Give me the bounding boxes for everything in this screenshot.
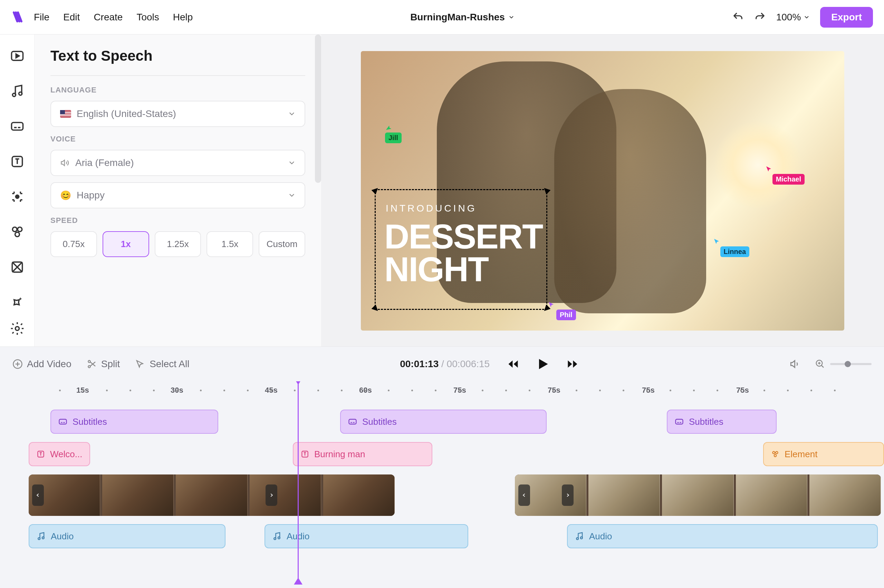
flag-us-icon <box>60 110 71 118</box>
record-tab-icon[interactable] <box>10 189 25 204</box>
speed-options: 0.75x 1x 1.25x 1.5x Custom <box>50 231 305 257</box>
clip-trim-right[interactable] <box>562 484 574 506</box>
speed-1[interactable]: 1x <box>102 231 149 257</box>
language-select[interactable]: English (United-States) <box>50 101 305 127</box>
speed-label: Speed <box>50 216 305 225</box>
emotion-value: Happy <box>77 190 288 201</box>
voice-label: Voice <box>50 135 305 144</box>
volume-button[interactable] <box>789 358 801 370</box>
project-title: BurningMan-Rushes <box>410 12 505 23</box>
zoom-in-icon <box>815 359 825 369</box>
svg-point-7 <box>17 227 22 231</box>
text-track[interactable]: Welco... Burning man Element <box>12 442 872 466</box>
timeline: Add Video Split Select All 00:01:13 / 00… <box>0 346 884 588</box>
text-icon <box>36 450 45 459</box>
ai-tab-icon[interactable] <box>10 295 25 310</box>
add-video-button[interactable]: Add Video <box>12 358 72 370</box>
zoom-dropdown[interactable]: 100% <box>776 12 810 23</box>
elements-icon <box>771 450 780 459</box>
timeline-controls: Add Video Split Select All 00:01:13 / 00… <box>0 347 884 381</box>
ruler-tick: 75s <box>736 386 749 395</box>
chevron-down-icon <box>288 159 296 166</box>
subtitle-track[interactable]: Subtitles Subtitles Subtitles <box>12 410 872 434</box>
svg-rect-16 <box>349 419 356 424</box>
undo-button[interactable] <box>732 11 744 23</box>
cursor-label: Michael <box>773 174 804 184</box>
subtitle-clip[interactable]: Subtitles <box>667 410 777 434</box>
audio-clip[interactable]: Audio <box>265 524 468 548</box>
svg-point-2 <box>19 92 22 95</box>
text-clip-welcome[interactable]: Welco... <box>29 442 90 466</box>
clip-trim-left[interactable] <box>518 484 530 506</box>
element-clip[interactable]: Element <box>763 442 884 466</box>
menu-tools[interactable]: Tools <box>137 12 159 23</box>
voice-select[interactable]: Aria (Female) <box>50 150 305 176</box>
video-track[interactable] <box>12 474 872 516</box>
media-tab-icon[interactable] <box>10 48 25 63</box>
audio-track[interactable]: Audio Audio Audio <box>12 524 872 548</box>
clip-trim-left[interactable] <box>32 484 44 506</box>
chevron-down-icon <box>804 14 810 20</box>
effects-tab-icon[interactable] <box>10 260 25 274</box>
svg-point-27 <box>576 538 579 540</box>
music-icon <box>574 531 584 541</box>
preview-canvas[interactable]: INTRODUCING DESSERT NIGHT Jill Michael L… <box>361 51 844 331</box>
clip-trim-right[interactable] <box>266 484 277 506</box>
select-all-button[interactable]: Select All <box>135 358 189 370</box>
speed-1-25[interactable]: 1.25x <box>155 231 201 257</box>
video-clip-1[interactable] <box>29 474 395 516</box>
subtitle-icon <box>674 417 684 426</box>
panel-scrollbar[interactable] <box>315 34 321 183</box>
speaker-icon <box>60 158 70 168</box>
audio-clip[interactable]: Audio <box>567 524 878 548</box>
handle-bl[interactable] <box>371 304 380 313</box>
emotion-select[interactable]: 😊 Happy <box>50 182 305 208</box>
text-icon <box>301 450 310 459</box>
speed-1-5[interactable]: 1.5x <box>206 231 253 257</box>
timeline-zoom-slider[interactable] <box>815 359 872 369</box>
play-button[interactable] <box>535 357 550 372</box>
timeline-body[interactable]: 15s30s45s60s75s75s75s75s Subtitles Subti… <box>0 381 884 588</box>
collab-cursor-phil: Phil <box>547 300 576 320</box>
project-title-dropdown[interactable]: BurningMan-Rushes <box>193 12 732 23</box>
audio-tab-icon[interactable] <box>10 84 25 99</box>
handle-tl[interactable] <box>371 186 380 194</box>
speed-0-75[interactable]: 0.75x <box>50 231 97 257</box>
split-button[interactable]: Split <box>87 358 120 370</box>
subtitle-clip[interactable]: Subtitles <box>340 410 547 434</box>
subtitle-tab-icon[interactable] <box>10 119 25 134</box>
zoom-value: 100% <box>776 12 801 23</box>
fast-forward-button[interactable] <box>566 358 579 370</box>
ruler-tick: 75s <box>642 386 655 395</box>
slider-track[interactable] <box>830 363 872 365</box>
tool-rail <box>0 34 35 346</box>
elements-tab-icon[interactable] <box>10 224 25 240</box>
timeline-ruler[interactable]: 15s30s45s60s75s75s75s75s <box>12 381 872 399</box>
text-clip-burning-man[interactable]: Burning man <box>293 442 432 466</box>
menu-help[interactable]: Help <box>173 12 193 23</box>
svg-point-22 <box>774 454 777 457</box>
svg-rect-17 <box>676 419 683 424</box>
audio-clip[interactable]: Audio <box>29 524 226 548</box>
redo-button[interactable] <box>754 11 766 23</box>
video-clip-2[interactable] <box>515 474 881 516</box>
subtitle-clip[interactable]: Subtitles <box>50 410 218 434</box>
svg-rect-15 <box>59 419 67 424</box>
settings-icon[interactable] <box>10 321 25 336</box>
collab-cursor-jill: Jill <box>385 123 401 143</box>
speed-custom[interactable]: Custom <box>259 231 305 257</box>
subtitle-icon <box>348 417 358 426</box>
voice-value: Aria (Female) <box>75 158 288 168</box>
menu-file[interactable]: File <box>34 12 50 23</box>
rewind-button[interactable] <box>507 358 519 370</box>
export-button[interactable]: Export <box>820 7 873 28</box>
playhead[interactable] <box>298 381 299 582</box>
chevron-down-icon <box>288 192 296 199</box>
text-tab-icon[interactable] <box>10 154 25 169</box>
slider-thumb[interactable] <box>845 361 851 367</box>
topbar: File Edit Create Tools Help BurningMan-R… <box>0 0 884 34</box>
menu-edit[interactable]: Edit <box>63 12 80 23</box>
svg-point-20 <box>773 452 775 454</box>
menu-create[interactable]: Create <box>93 12 123 23</box>
ruler-tick: 75s <box>548 386 561 395</box>
